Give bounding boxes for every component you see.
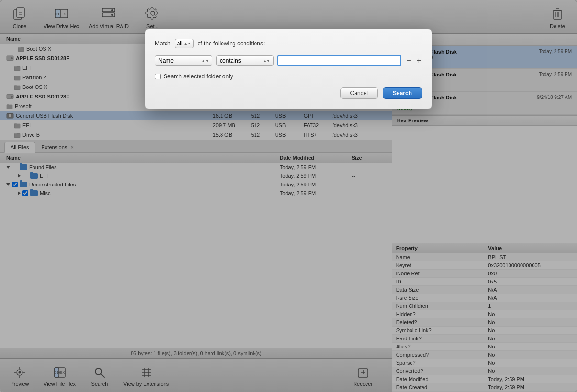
field-value: Name — [158, 57, 174, 64]
field-select[interactable]: Name ▲▼ — [155, 55, 212, 66]
search-folder-only-label: Search selected folder only — [164, 73, 233, 80]
remove-condition-button[interactable]: − — [405, 57, 411, 65]
modal-buttons: Cancel Search — [155, 87, 422, 99]
cancel-button[interactable]: Cancel — [340, 87, 378, 99]
field-select-arrow: ▲▼ — [201, 59, 209, 63]
conditions-row: Name ▲▼ contains ▲▼ − + — [155, 55, 422, 66]
match-select-arrow: ▲▼ — [184, 42, 191, 46]
modal-overlay: Match all ▲▼ of the following conditions… — [0, 0, 577, 392]
match-select[interactable]: all ▲▼ — [175, 39, 194, 48]
match-row: Match all ▲▼ of the following conditions… — [155, 39, 422, 48]
search-action-button[interactable]: Search — [383, 87, 422, 99]
match-suffix: of the following conditions: — [198, 40, 265, 47]
search-text-input[interactable] — [277, 55, 401, 66]
add-condition-button[interactable]: + — [416, 57, 422, 65]
checkbox-row: Search selected folder only — [155, 73, 422, 80]
condition-select[interactable]: contains ▲▼ — [216, 55, 274, 66]
condition-value: contains — [220, 57, 241, 64]
search-folder-only-checkbox[interactable] — [155, 74, 161, 79]
match-label: Match — [155, 40, 171, 47]
condition-select-arrow: ▲▼ — [263, 59, 270, 63]
match-value: all — [177, 40, 183, 47]
search-dialog: Match all ▲▼ of the following conditions… — [145, 29, 432, 109]
